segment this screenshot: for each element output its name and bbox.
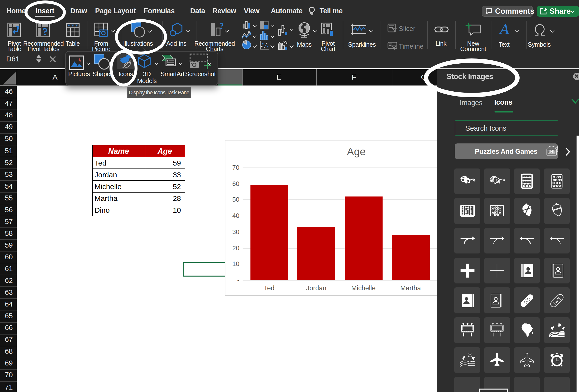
svg-text:A: A xyxy=(499,23,509,35)
svg-text:?: ? xyxy=(219,22,224,31)
svg-text:?: ? xyxy=(43,26,48,37)
